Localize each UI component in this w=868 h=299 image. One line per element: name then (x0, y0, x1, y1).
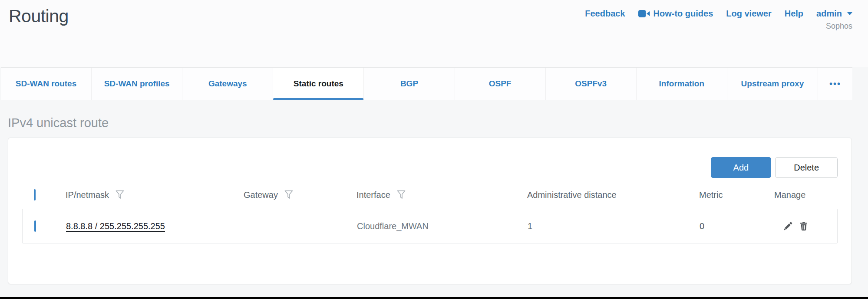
brand-label: Sophos (826, 22, 852, 31)
tab-label: Information (659, 79, 705, 89)
help-label: Help (785, 9, 803, 19)
tab-static-routes[interactable]: Static routes (273, 68, 363, 100)
table-toolbar: Add Delete (22, 138, 838, 178)
video-camera-icon (638, 10, 650, 18)
section-title: IPv4 unicast route (8, 116, 852, 130)
feedback-link[interactable]: Feedback (585, 9, 625, 19)
page-title: Routing (9, 6, 69, 26)
tab-label: SD-WAN profiles (104, 79, 170, 89)
table-row: 8.8.8.8 / 255.255.255.255 Cloudflare_MWA… (22, 209, 838, 243)
tab-sd-wan-routes[interactable]: SD-WAN routes (1, 68, 91, 100)
how-to-guides-label: How-to guides (653, 9, 713, 19)
edit-icon[interactable] (783, 221, 793, 231)
main-content: IPv4 unicast route Add Delete IP/netmask… (0, 116, 868, 284)
tab-ospfv3[interactable]: OSPFv3 (545, 68, 636, 100)
tab-information[interactable]: Information (636, 68, 727, 100)
tab-label: Upstream proxy (741, 79, 804, 89)
interface-cell: Cloudflare_MWAN (357, 221, 528, 231)
tab-ospf[interactable]: OSPF (455, 68, 545, 100)
tab-label: OSPFv3 (575, 79, 607, 89)
ellipsis-icon: ••• (829, 79, 841, 89)
delete-button[interactable]: Delete (775, 157, 838, 178)
admin-menu-label: admin (816, 9, 842, 19)
tab-gateways[interactable]: Gateways (182, 68, 273, 100)
window-bottom-edge (0, 297, 868, 299)
select-all-checkbox[interactable] (34, 189, 36, 200)
filter-icon[interactable] (116, 190, 124, 200)
tab-label: Gateways (208, 79, 247, 89)
routes-card: Add Delete IP/netmask Gateway Interface (8, 138, 852, 284)
col-interface: Interface (356, 190, 390, 200)
caret-down-icon (847, 12, 852, 15)
tab-bgp[interactable]: BGP (363, 68, 454, 100)
top-right-nav: Feedback How-to guides Log viewer Help a… (585, 6, 852, 31)
log-viewer-label: Log viewer (726, 9, 771, 19)
log-viewer-link[interactable]: Log viewer (726, 9, 771, 19)
feedback-link-label: Feedback (585, 9, 625, 19)
route-link[interactable]: 8.8.8.8 / 255.255.255.255 (66, 221, 165, 231)
filter-icon[interactable] (397, 190, 406, 200)
help-link[interactable]: Help (785, 9, 803, 19)
metric-cell: 0 (700, 221, 775, 231)
top-links: Feedback How-to guides Log viewer Help a… (585, 9, 852, 19)
admin-menu[interactable]: admin (816, 9, 852, 19)
routing-tabbar: SD-WAN routes SD-WAN profiles Gateways S… (1, 67, 852, 100)
col-admin-distance: Administrative distance (527, 190, 617, 200)
delete-icon[interactable] (799, 221, 808, 231)
more-tabs-button[interactable]: ••• (818, 68, 852, 100)
tab-label: Static routes (294, 79, 343, 89)
page-header: Routing Feedback How-to guides Log viewe… (0, 0, 868, 67)
how-to-guides-link[interactable]: How-to guides (638, 9, 713, 19)
tab-label: OSPF (489, 79, 512, 89)
col-manage: Manage (774, 190, 805, 200)
tab-sd-wan-profiles[interactable]: SD-WAN profiles (91, 68, 182, 100)
filter-icon[interactable] (284, 190, 293, 200)
col-ip-netmask: IP/netmask (66, 190, 109, 200)
table-header-row: IP/netmask Gateway Interface Administrat… (22, 184, 838, 206)
manage-cell (775, 221, 837, 231)
row-checkbox[interactable] (34, 220, 36, 232)
tab-upstream-proxy[interactable]: Upstream proxy (727, 68, 818, 100)
add-button[interactable]: Add (711, 157, 772, 178)
admin-distance-cell: 1 (528, 221, 700, 231)
tab-label: BGP (400, 79, 418, 89)
tab-label: SD-WAN routes (16, 79, 76, 89)
col-gateway: Gateway (244, 190, 278, 200)
col-metric: Metric (699, 190, 723, 200)
